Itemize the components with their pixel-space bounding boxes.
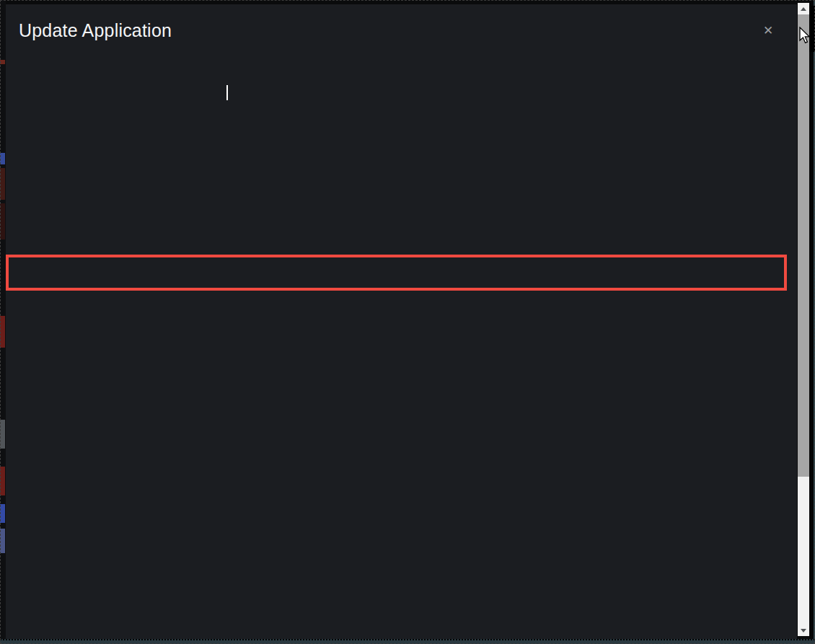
scrollbar-track[interactable] [798,3,809,636]
background-fragment [0,153,5,164]
window-bottom-border [0,639,815,644]
mouse-cursor [798,27,811,44]
scroll-down-icon [801,629,806,632]
scrollbar-down-button[interactable] [798,625,809,636]
scrollbar-up-button[interactable] [798,3,809,14]
scroll-up-icon [801,7,806,11]
background-fragment [0,168,5,200]
background-fragment [0,420,5,449]
background-fragment [0,316,5,348]
background-fragment [0,60,5,64]
modal-title: Update Application [19,20,172,41]
background-fragment [0,504,5,523]
background-fragment [0,203,5,239]
text-cursor [226,85,228,100]
close-icon[interactable]: ✕ [763,23,773,38]
screenshot-root: Update Application ✕ Name* Application's… [0,0,815,644]
scrollbar-thumb[interactable] [798,14,809,477]
background-fragment [0,529,5,553]
update-application-modal: Update Application ✕ [6,4,797,639]
background-fragment [0,467,5,495]
background-page-edge [0,0,6,644]
